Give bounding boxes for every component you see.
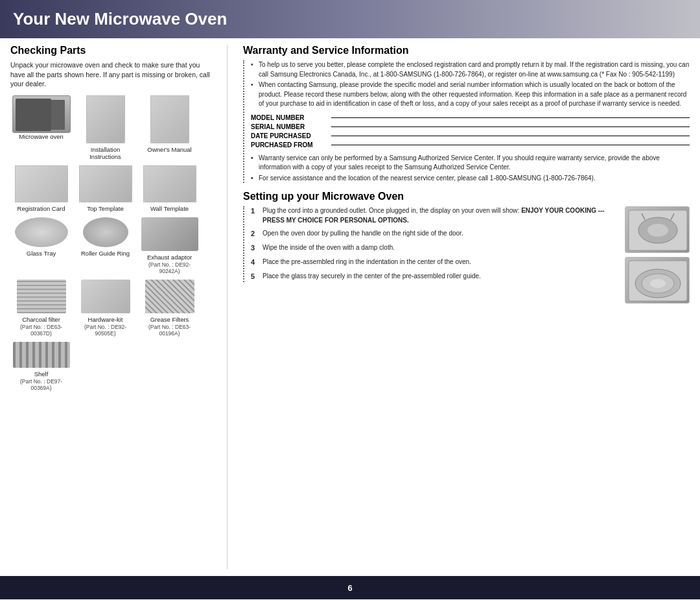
- part-sub-exhaust: (Part No. : DE92-90242A): [139, 261, 200, 274]
- page-footer: 6: [0, 576, 700, 599]
- wall-template-image: [143, 165, 196, 202]
- parts-row-5: Shelf (Part No. : DE97-00369A): [10, 342, 211, 391]
- part-label-reg-card: Registration Card: [18, 205, 65, 212]
- model-number-line: [331, 117, 690, 118]
- serial-number-row: SERIAL NUMBER: [251, 123, 690, 130]
- setup-step-2: 2 Open the oven door by pulling the hand…: [251, 229, 618, 239]
- warranty-title: Warranty and Service Information: [243, 45, 690, 56]
- setup-image-ring: [625, 206, 690, 253]
- part-charcoal-filter: Charcoal filter (Part No. : DE63-00367D): [10, 280, 72, 337]
- part-top-template: Top Template: [75, 165, 136, 212]
- parts-row-4: Charcoal filter (Part No. : DE63-00367D)…: [10, 280, 211, 337]
- main-content: Checking Parts Unpack your microwave ove…: [0, 38, 700, 576]
- parts-row-2: Registration Card Top Template Wall Temp…: [10, 165, 211, 212]
- purchased-from-row: PURCHASED FROM: [251, 141, 690, 149]
- part-registration-card: Registration Card: [10, 165, 72, 212]
- charcoal-image: [17, 280, 66, 313]
- setup-title: Setting up your Microwave Oven: [243, 191, 690, 202]
- hardware-kit-image: [81, 280, 130, 313]
- page-title: Your New Microwave Oven: [13, 9, 227, 29]
- step-5-text: Place the glass tray securely in the cen…: [262, 272, 618, 282]
- step-3-text: Wipe the inside of the oven with a damp …: [262, 243, 618, 253]
- purchased-from-line: [331, 145, 690, 145]
- part-sub-shelf: (Part No. : DE97-00369A): [10, 378, 72, 391]
- shelf-image: [13, 342, 70, 368]
- part-label-hardware-kit: Hardware-kit: [88, 316, 123, 323]
- part-label-glass-tray: Glass Tray: [27, 250, 56, 257]
- model-number-label: MODEL NUMBER: [251, 114, 329, 121]
- part-label-owners-manual: Owner's Manual: [147, 146, 191, 153]
- model-number-row: MODEL NUMBER: [251, 114, 690, 121]
- part-roller-guide: Roller Guide Ring: [75, 217, 136, 257]
- warranty-bullet-1: To help us to serve you better, please c…: [251, 60, 690, 79]
- setup-content: 1 Plug the cord into a grounded outlet. …: [243, 206, 690, 282]
- part-grease-filters: Grease Filters (Part No. : DE63-00196A): [139, 280, 200, 337]
- exhaust-image: [141, 217, 198, 251]
- warranty-content: To help us to serve you better, please c…: [243, 60, 690, 183]
- part-hardware-kit: Hardware-kit (Part No. : DE92-90505E): [75, 280, 136, 337]
- part-installation-instructions: Installation Instructions: [75, 95, 136, 160]
- part-exhaust-adaptor: Exhaust adaptor (Part No. : DE92-90242A): [139, 217, 200, 274]
- warranty-bullet-2: When contacting Samsung, please provide …: [251, 80, 690, 109]
- part-microwave-oven: Microwave oven: [10, 95, 72, 140]
- checking-parts-section: Checking Parts Unpack your microwave ove…: [10, 45, 211, 570]
- part-label-top-template: Top Template: [87, 205, 123, 212]
- page-header: Your New Microwave Oven: [0, 0, 700, 38]
- svg-point-8: [650, 279, 666, 288]
- checking-parts-description: Unpack your microwave oven and check to …: [10, 60, 211, 89]
- setup-step-1: 1 Plug the cord into a grounded outlet. …: [251, 206, 618, 225]
- step-5-number: 5: [251, 272, 260, 282]
- step-3-number: 3: [251, 243, 260, 254]
- parts-row-3: Glass Tray Roller Guide Ring Exhaust ada…: [10, 217, 211, 274]
- installation-image: [86, 95, 125, 143]
- setup-step-4: 4 Place the pre-assembled ring in the in…: [251, 258, 618, 268]
- purchased-from-label: PURCHASED FROM: [251, 141, 329, 149]
- part-label-charcoal: Charcoal filter: [22, 316, 60, 323]
- step-2-number: 2: [251, 229, 260, 239]
- warranty-service-bullet-1: Warranty service can only be performed b…: [251, 154, 690, 173]
- page-number: 6: [347, 583, 352, 593]
- step-1-number: 1: [251, 206, 260, 217]
- step-1-text: Plug the cord into a grounded outlet. On…: [262, 206, 618, 225]
- warranty-bullets-list: To help us to serve you better, please c…: [251, 60, 690, 109]
- part-shelf: Shelf (Part No. : DE97-00369A): [10, 342, 72, 391]
- warranty-service-bullets-list: Warranty service can only be performed b…: [251, 154, 690, 184]
- setup-step-5: 5 Place the glass tray securely in the c…: [251, 272, 618, 282]
- warranty-section: Warranty and Service Information To help…: [243, 45, 690, 183]
- part-sub-grease-filters: (Part No. : DE63-00196A): [139, 324, 200, 337]
- part-label-grease-filters: Grease Filters: [150, 316, 189, 323]
- part-owners-manual: Owner's Manual: [139, 95, 200, 153]
- step-2-text: Open the oven door by pulling the handle…: [262, 229, 618, 239]
- step-4-text: Place the pre-assembled ring in the inde…: [262, 258, 618, 267]
- column-divider: [227, 45, 228, 570]
- grease-filters-image: [145, 280, 194, 313]
- part-glass-tray: Glass Tray: [10, 217, 72, 257]
- part-label-installation: Installation Instructions: [75, 146, 136, 160]
- svg-point-2: [648, 224, 668, 237]
- part-wall-template: Wall Template: [139, 165, 200, 212]
- top-template-image: [79, 165, 132, 202]
- setup-images-container: [625, 206, 690, 304]
- right-column: Warranty and Service Information To help…: [243, 45, 690, 570]
- setup-section: Setting up your Microwave Oven: [243, 191, 690, 282]
- serial-number-label: SERIAL NUMBER: [251, 123, 329, 130]
- part-sub-hardware-kit: (Part No. : DE92-90505E): [75, 324, 136, 337]
- owners-manual-image: [150, 95, 189, 143]
- part-label-exhaust: Exhaust adaptor: [147, 254, 192, 261]
- date-purchased-label: DATE PURCHASED: [251, 132, 329, 139]
- ring-oven-svg: [625, 207, 690, 253]
- reg-card-image: [15, 165, 68, 202]
- tray-oven-svg: [625, 258, 690, 304]
- part-label-roller-guide: Roller Guide Ring: [81, 250, 130, 257]
- part-label-microwave: Microwave oven: [19, 133, 64, 140]
- model-info-section: MODEL NUMBER SERIAL NUMBER DATE PURCHASE…: [251, 114, 690, 149]
- part-label-shelf: Shelf: [34, 370, 49, 378]
- glass-tray-image: [15, 217, 68, 247]
- setup-steps-list: 1 Plug the cord into a grounded outlet. …: [251, 206, 690, 282]
- setup-image-tray: [625, 257, 690, 304]
- part-label-wall-template: Wall Template: [150, 205, 189, 212]
- checking-parts-title: Checking Parts: [10, 45, 211, 56]
- step-4-number: 4: [251, 258, 260, 268]
- serial-number-line: [331, 126, 690, 127]
- date-purchased-line: [331, 136, 690, 136]
